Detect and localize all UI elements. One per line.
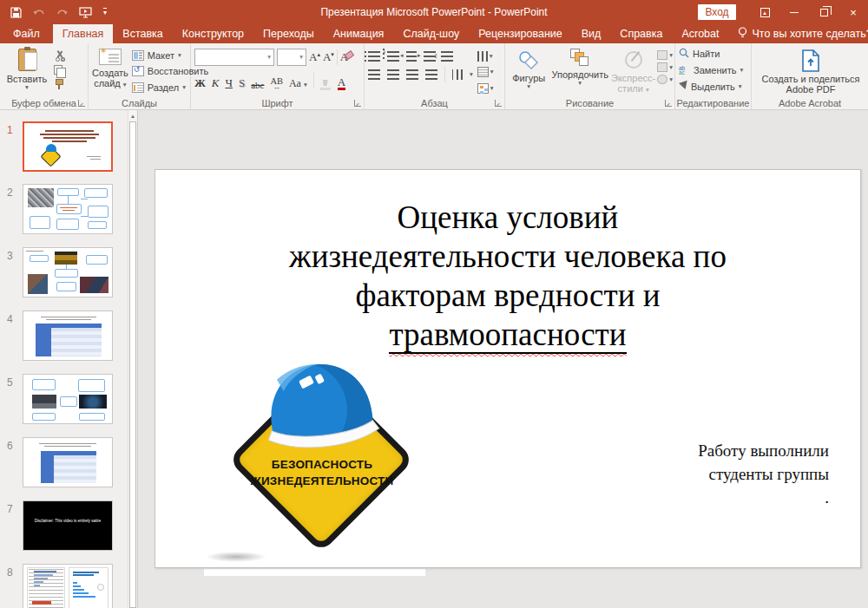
window-title: Презентация Microsoft PowerPoint - Power… xyxy=(320,0,547,24)
font-name-combo[interactable]: ▾ xyxy=(194,49,274,66)
save-icon[interactable] xyxy=(10,7,22,18)
disclaimer-text: Disclaimer: This video is entirely satir… xyxy=(23,519,112,523)
paste-button[interactable]: Вставить ▾ xyxy=(3,47,50,95)
create-pdf-button[interactable]: Создать и поделиться Adobe PDF xyxy=(762,47,860,95)
tab-acrobat[interactable]: Acrobat xyxy=(672,24,728,43)
arrange-button[interactable]: Упорядочить ▾ xyxy=(550,47,609,95)
align-left-icon[interactable] xyxy=(368,69,380,80)
group-label-font: Шрифт xyxy=(191,98,364,108)
quick-styles-icon xyxy=(625,49,642,71)
replace-button[interactable]: abac Заменить▾ xyxy=(679,62,749,78)
text-direction-button[interactable]: ▾ xyxy=(477,49,494,63)
slide-thumbnail-1[interactable] xyxy=(23,121,113,172)
bold-button[interactable]: Ж xyxy=(194,76,206,90)
columns-icon[interactable] xyxy=(452,69,463,80)
tab-home[interactable]: Главная xyxy=(53,24,114,43)
sign-in-button[interactable]: Вход xyxy=(698,4,736,20)
group-label-drawing: Рисование xyxy=(505,98,674,108)
tab-review[interactable]: Рецензирование xyxy=(469,24,572,43)
shape-fill-button[interactable]: ▾ xyxy=(657,50,673,60)
safety-logo-image[interactable]: БЕЗОПАСНОСТЬ ЖИЗНЕДЕЯТЕЛЬНОСТИ xyxy=(228,363,416,559)
slide-editor[interactable]: Оценка условий жизнедеятельности человек… xyxy=(155,169,861,568)
bullets-icon[interactable] xyxy=(368,51,380,62)
decrease-indent-icon[interactable] xyxy=(406,51,417,62)
underline-button[interactable]: Ч xyxy=(226,76,233,90)
highlight-color-icon[interactable] xyxy=(320,79,332,90)
close-icon[interactable]: × xyxy=(838,0,868,24)
shape-effects-button[interactable]: ▾ xyxy=(657,75,673,84)
slide-thumbnail-panel: 1 2 xyxy=(0,110,138,608)
layout-icon xyxy=(132,50,144,61)
cut-icon[interactable] xyxy=(54,50,65,61)
paragraph-dialog-launcher-icon[interactable] xyxy=(495,100,502,107)
tab-file[interactable]: Файл xyxy=(0,24,53,43)
select-button[interactable]: Выделить▾ xyxy=(679,79,749,95)
tab-transitions[interactable]: Переходы xyxy=(253,24,324,43)
italic-button[interactable]: К xyxy=(212,76,220,90)
titlebar-controls: Вход ▴ × xyxy=(698,0,868,24)
scrollbar-thumb[interactable] xyxy=(129,121,136,608)
tab-slideshow[interactable]: Слайд-шоу xyxy=(393,24,469,43)
slide-number-5: 5 xyxy=(7,376,13,389)
arrange-icon xyxy=(570,49,589,68)
grow-font-button[interactable]: А▴ xyxy=(309,50,320,64)
group-label-acrobat: Adobe Acrobat xyxy=(752,98,868,108)
start-slideshow-icon[interactable] xyxy=(79,7,92,18)
copy-icon[interactable] xyxy=(54,65,62,75)
slide-title[interactable]: Оценка условий жизнедеятельности человек… xyxy=(187,198,829,354)
clear-formatting-button[interactable]: А xyxy=(340,50,348,64)
group-editing: Найти abac Заменить▾ Выделить▾ Редактиро… xyxy=(675,43,752,109)
slide-number-2: 2 xyxy=(7,186,13,199)
ribbon-display-options-icon[interactable]: ▴ xyxy=(750,0,779,24)
find-button[interactable]: Найти xyxy=(679,46,749,62)
thumbnail-scrollbar[interactable]: ▲ xyxy=(128,110,137,608)
slide-thumbnail-3[interactable] xyxy=(23,247,113,297)
minimize-icon[interactable] xyxy=(779,0,809,24)
slide-thumbnail-6[interactable] xyxy=(23,437,113,487)
clipboard-dialog-launcher-icon[interactable] xyxy=(78,100,85,107)
new-slide-button[interactable]: Создать слайд ▾ xyxy=(92,47,128,95)
text-shadow-button[interactable]: S xyxy=(239,76,245,90)
numbering-icon[interactable] xyxy=(387,51,399,62)
tell-me-box[interactable]: Что вы хотите сделать? xyxy=(729,24,868,43)
font-dialog-launcher-icon[interactable] xyxy=(354,100,361,107)
shape-outline-button[interactable]: ▾ xyxy=(657,62,673,72)
scroll-up-icon[interactable]: ▲ xyxy=(128,110,137,121)
font-color-button[interactable]: А xyxy=(338,77,345,90)
tab-insert[interactable]: Вставка xyxy=(113,24,172,43)
tab-animations[interactable]: Анимация xyxy=(324,24,394,43)
format-painter-icon[interactable] xyxy=(54,79,63,89)
convert-smartart-button[interactable]: ▾ xyxy=(477,82,494,95)
slide-thumbnail-5[interactable] xyxy=(23,374,113,424)
logo-shadow xyxy=(206,552,266,562)
tab-help[interactable]: Справка xyxy=(610,24,672,43)
restore-icon[interactable] xyxy=(809,0,838,24)
slide-number-7: 7 xyxy=(7,503,13,515)
credit-text[interactable]: Работу выполнили студенты группы . xyxy=(698,439,829,509)
shapes-button[interactable]: Фигуры ▾ xyxy=(509,47,549,95)
font-size-combo[interactable]: ▾ xyxy=(277,49,306,66)
slide-thumbnail-8[interactable] xyxy=(23,564,113,608)
shrink-font-button[interactable]: А▾ xyxy=(323,50,334,64)
character-spacing-button[interactable]: АВ↔ xyxy=(270,77,283,90)
slide-thumbnail-2[interactable] xyxy=(23,184,113,234)
drawing-dialog-launcher-icon[interactable] xyxy=(665,100,672,107)
quick-access-toolbar: ▾ xyxy=(0,0,107,24)
new-slide-label1: Создать xyxy=(92,68,128,78)
increase-indent-icon[interactable] xyxy=(424,51,434,62)
align-center-icon[interactable] xyxy=(387,69,399,80)
tab-design[interactable]: Конструктор xyxy=(173,24,253,43)
strikethrough-button[interactable]: abc xyxy=(251,80,264,90)
replace-icon: abac xyxy=(679,66,690,75)
tab-view[interactable]: Вид xyxy=(572,24,611,43)
align-text-button[interactable]: ▾ xyxy=(477,65,494,79)
change-case-button[interactable]: Аа ▾ xyxy=(289,77,307,90)
line-spacing-icon[interactable] xyxy=(441,51,453,62)
justify-icon[interactable] xyxy=(425,69,437,80)
align-right-icon[interactable] xyxy=(406,69,418,80)
customize-qat-icon[interactable]: ▾ xyxy=(103,8,107,16)
slide-thumbnail-4[interactable] xyxy=(23,311,113,361)
title-line-4: травмоопасности xyxy=(187,315,829,354)
ribbon: Вставить ▾ Буфер обмена Создать слайд ▾ xyxy=(0,43,868,110)
slide-thumbnail-7[interactable]: Disclaimer: This video is entirely satir… xyxy=(23,500,113,551)
